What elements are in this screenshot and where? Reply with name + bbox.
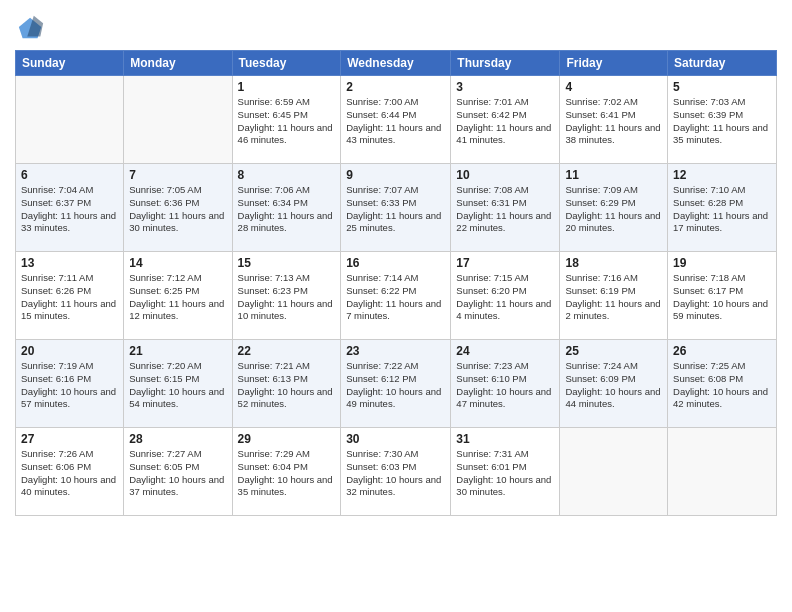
cell-info: Sunrise: 7:27 AM Sunset: 6:05 PM Dayligh… bbox=[129, 448, 226, 499]
day-number: 26 bbox=[673, 344, 771, 358]
calendar-cell: 1Sunrise: 6:59 AM Sunset: 6:45 PM Daylig… bbox=[232, 76, 341, 164]
calendar-cell: 30Sunrise: 7:30 AM Sunset: 6:03 PM Dayli… bbox=[341, 428, 451, 516]
calendar-cell: 18Sunrise: 7:16 AM Sunset: 6:19 PM Dayli… bbox=[560, 252, 668, 340]
calendar-cell: 4Sunrise: 7:02 AM Sunset: 6:41 PM Daylig… bbox=[560, 76, 668, 164]
calendar-cell: 20Sunrise: 7:19 AM Sunset: 6:16 PM Dayli… bbox=[16, 340, 124, 428]
day-number: 19 bbox=[673, 256, 771, 270]
day-number: 8 bbox=[238, 168, 336, 182]
cell-info: Sunrise: 7:20 AM Sunset: 6:15 PM Dayligh… bbox=[129, 360, 226, 411]
cell-info: Sunrise: 7:00 AM Sunset: 6:44 PM Dayligh… bbox=[346, 96, 445, 147]
calendar-cell: 16Sunrise: 7:14 AM Sunset: 6:22 PM Dayli… bbox=[341, 252, 451, 340]
cell-info: Sunrise: 7:31 AM Sunset: 6:01 PM Dayligh… bbox=[456, 448, 554, 499]
day-number: 16 bbox=[346, 256, 445, 270]
calendar-cell: 9Sunrise: 7:07 AM Sunset: 6:33 PM Daylig… bbox=[341, 164, 451, 252]
cell-info: Sunrise: 7:23 AM Sunset: 6:10 PM Dayligh… bbox=[456, 360, 554, 411]
cell-info: Sunrise: 7:24 AM Sunset: 6:09 PM Dayligh… bbox=[565, 360, 662, 411]
day-number: 29 bbox=[238, 432, 336, 446]
cell-info: Sunrise: 7:19 AM Sunset: 6:16 PM Dayligh… bbox=[21, 360, 118, 411]
calendar-cell: 25Sunrise: 7:24 AM Sunset: 6:09 PM Dayli… bbox=[560, 340, 668, 428]
day-number: 17 bbox=[456, 256, 554, 270]
cell-info: Sunrise: 7:30 AM Sunset: 6:03 PM Dayligh… bbox=[346, 448, 445, 499]
cell-info: Sunrise: 7:07 AM Sunset: 6:33 PM Dayligh… bbox=[346, 184, 445, 235]
day-number: 21 bbox=[129, 344, 226, 358]
day-number: 5 bbox=[673, 80, 771, 94]
calendar-week-3: 13Sunrise: 7:11 AM Sunset: 6:26 PM Dayli… bbox=[16, 252, 777, 340]
cell-info: Sunrise: 7:09 AM Sunset: 6:29 PM Dayligh… bbox=[565, 184, 662, 235]
calendar-cell: 5Sunrise: 7:03 AM Sunset: 6:39 PM Daylig… bbox=[668, 76, 777, 164]
col-header-tuesday: Tuesday bbox=[232, 51, 341, 76]
calendar-cell: 28Sunrise: 7:27 AM Sunset: 6:05 PM Dayli… bbox=[124, 428, 232, 516]
cell-info: Sunrise: 7:16 AM Sunset: 6:19 PM Dayligh… bbox=[565, 272, 662, 323]
day-number: 9 bbox=[346, 168, 445, 182]
calendar-cell: 10Sunrise: 7:08 AM Sunset: 6:31 PM Dayli… bbox=[451, 164, 560, 252]
cell-info: Sunrise: 7:10 AM Sunset: 6:28 PM Dayligh… bbox=[673, 184, 771, 235]
col-header-wednesday: Wednesday bbox=[341, 51, 451, 76]
day-number: 18 bbox=[565, 256, 662, 270]
cell-info: Sunrise: 7:05 AM Sunset: 6:36 PM Dayligh… bbox=[129, 184, 226, 235]
calendar-cell: 31Sunrise: 7:31 AM Sunset: 6:01 PM Dayli… bbox=[451, 428, 560, 516]
calendar-week-1: 1Sunrise: 6:59 AM Sunset: 6:45 PM Daylig… bbox=[16, 76, 777, 164]
calendar-cell: 7Sunrise: 7:05 AM Sunset: 6:36 PM Daylig… bbox=[124, 164, 232, 252]
calendar-cell bbox=[124, 76, 232, 164]
cell-info: Sunrise: 7:03 AM Sunset: 6:39 PM Dayligh… bbox=[673, 96, 771, 147]
calendar-cell: 13Sunrise: 7:11 AM Sunset: 6:26 PM Dayli… bbox=[16, 252, 124, 340]
cell-info: Sunrise: 7:02 AM Sunset: 6:41 PM Dayligh… bbox=[565, 96, 662, 147]
day-number: 24 bbox=[456, 344, 554, 358]
cell-info: Sunrise: 7:13 AM Sunset: 6:23 PM Dayligh… bbox=[238, 272, 336, 323]
page: SundayMondayTuesdayWednesdayThursdayFrid… bbox=[0, 0, 792, 531]
day-number: 3 bbox=[456, 80, 554, 94]
calendar-cell: 6Sunrise: 7:04 AM Sunset: 6:37 PM Daylig… bbox=[16, 164, 124, 252]
day-number: 14 bbox=[129, 256, 226, 270]
calendar-cell bbox=[668, 428, 777, 516]
day-number: 15 bbox=[238, 256, 336, 270]
day-number: 7 bbox=[129, 168, 226, 182]
cell-info: Sunrise: 7:11 AM Sunset: 6:26 PM Dayligh… bbox=[21, 272, 118, 323]
day-number: 25 bbox=[565, 344, 662, 358]
calendar-cell: 24Sunrise: 7:23 AM Sunset: 6:10 PM Dayli… bbox=[451, 340, 560, 428]
cell-info: Sunrise: 7:15 AM Sunset: 6:20 PM Dayligh… bbox=[456, 272, 554, 323]
calendar-cell: 21Sunrise: 7:20 AM Sunset: 6:15 PM Dayli… bbox=[124, 340, 232, 428]
calendar-cell bbox=[560, 428, 668, 516]
col-header-sunday: Sunday bbox=[16, 51, 124, 76]
calendar-cell bbox=[16, 76, 124, 164]
day-number: 2 bbox=[346, 80, 445, 94]
cell-info: Sunrise: 7:25 AM Sunset: 6:08 PM Dayligh… bbox=[673, 360, 771, 411]
cell-info: Sunrise: 6:59 AM Sunset: 6:45 PM Dayligh… bbox=[238, 96, 336, 147]
day-number: 31 bbox=[456, 432, 554, 446]
day-number: 13 bbox=[21, 256, 118, 270]
calendar-week-2: 6Sunrise: 7:04 AM Sunset: 6:37 PM Daylig… bbox=[16, 164, 777, 252]
header bbox=[15, 10, 777, 42]
day-number: 28 bbox=[129, 432, 226, 446]
col-header-saturday: Saturday bbox=[668, 51, 777, 76]
day-number: 10 bbox=[456, 168, 554, 182]
cell-info: Sunrise: 7:01 AM Sunset: 6:42 PM Dayligh… bbox=[456, 96, 554, 147]
day-number: 12 bbox=[673, 168, 771, 182]
cell-info: Sunrise: 7:08 AM Sunset: 6:31 PM Dayligh… bbox=[456, 184, 554, 235]
day-number: 4 bbox=[565, 80, 662, 94]
calendar-cell: 19Sunrise: 7:18 AM Sunset: 6:17 PM Dayli… bbox=[668, 252, 777, 340]
cell-info: Sunrise: 7:14 AM Sunset: 6:22 PM Dayligh… bbox=[346, 272, 445, 323]
calendar-cell: 29Sunrise: 7:29 AM Sunset: 6:04 PM Dayli… bbox=[232, 428, 341, 516]
calendar-cell: 23Sunrise: 7:22 AM Sunset: 6:12 PM Dayli… bbox=[341, 340, 451, 428]
logo-icon bbox=[17, 14, 45, 42]
calendar-header-row: SundayMondayTuesdayWednesdayThursdayFrid… bbox=[16, 51, 777, 76]
calendar-week-5: 27Sunrise: 7:26 AM Sunset: 6:06 PM Dayli… bbox=[16, 428, 777, 516]
calendar-cell: 12Sunrise: 7:10 AM Sunset: 6:28 PM Dayli… bbox=[668, 164, 777, 252]
cell-info: Sunrise: 7:29 AM Sunset: 6:04 PM Dayligh… bbox=[238, 448, 336, 499]
day-number: 11 bbox=[565, 168, 662, 182]
cell-info: Sunrise: 7:12 AM Sunset: 6:25 PM Dayligh… bbox=[129, 272, 226, 323]
calendar-cell: 8Sunrise: 7:06 AM Sunset: 6:34 PM Daylig… bbox=[232, 164, 341, 252]
calendar-cell: 2Sunrise: 7:00 AM Sunset: 6:44 PM Daylig… bbox=[341, 76, 451, 164]
col-header-friday: Friday bbox=[560, 51, 668, 76]
day-number: 30 bbox=[346, 432, 445, 446]
cell-info: Sunrise: 7:26 AM Sunset: 6:06 PM Dayligh… bbox=[21, 448, 118, 499]
calendar-cell: 14Sunrise: 7:12 AM Sunset: 6:25 PM Dayli… bbox=[124, 252, 232, 340]
day-number: 20 bbox=[21, 344, 118, 358]
calendar-cell: 27Sunrise: 7:26 AM Sunset: 6:06 PM Dayli… bbox=[16, 428, 124, 516]
calendar-cell: 26Sunrise: 7:25 AM Sunset: 6:08 PM Dayli… bbox=[668, 340, 777, 428]
calendar-cell: 17Sunrise: 7:15 AM Sunset: 6:20 PM Dayli… bbox=[451, 252, 560, 340]
calendar-cell: 3Sunrise: 7:01 AM Sunset: 6:42 PM Daylig… bbox=[451, 76, 560, 164]
day-number: 27 bbox=[21, 432, 118, 446]
col-header-thursday: Thursday bbox=[451, 51, 560, 76]
day-number: 23 bbox=[346, 344, 445, 358]
